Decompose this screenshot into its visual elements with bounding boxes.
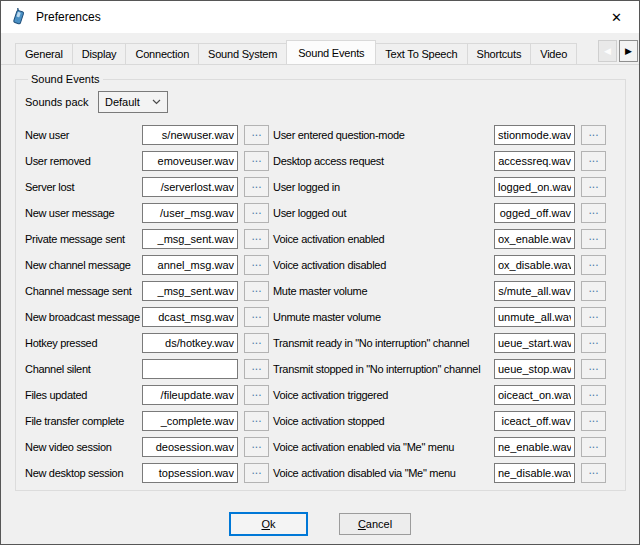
- browse-button[interactable]: ...: [581, 359, 606, 379]
- sound-file-input[interactable]: [142, 229, 238, 249]
- sound-event-label: Files updated: [25, 389, 142, 401]
- ellipsis-icon: ...: [251, 177, 261, 191]
- tab-video[interactable]: Video: [530, 43, 577, 64]
- browse-button[interactable]: ...: [244, 255, 269, 275]
- sound-event-row: New channel message ...: [25, 252, 273, 278]
- browse-button[interactable]: ...: [581, 333, 606, 353]
- browse-button[interactable]: ...: [581, 177, 606, 197]
- sound-file-input[interactable]: [142, 463, 238, 483]
- browse-button[interactable]: ...: [244, 359, 269, 379]
- sound-event-label: Desktop access request: [273, 155, 494, 167]
- browse-button[interactable]: ...: [244, 229, 269, 249]
- sound-file-input[interactable]: [142, 125, 238, 145]
- tab-scroll-right-button[interactable]: ▶: [619, 40, 638, 62]
- browse-button[interactable]: ...: [581, 281, 606, 301]
- sound-file-input[interactable]: [142, 437, 238, 457]
- browse-button[interactable]: ...: [244, 177, 269, 197]
- sound-event-row: User logged out ...: [273, 200, 625, 226]
- sound-event-row: New broadcast message ...: [25, 304, 273, 330]
- sound-event-row: Private message sent ...: [25, 226, 273, 252]
- sound-file-input[interactable]: [142, 359, 238, 379]
- sound-file-input[interactable]: [142, 281, 238, 301]
- browse-button[interactable]: ...: [581, 151, 606, 171]
- ok-button[interactable]: Ok: [229, 512, 308, 536]
- sound-event-row: Unmute master volume ...: [273, 304, 625, 330]
- window-title: Preferences: [36, 10, 594, 24]
- sound-event-label: Server lost: [25, 181, 142, 193]
- browse-button[interactable]: ...: [581, 463, 606, 483]
- ellipsis-icon: ...: [588, 359, 598, 373]
- tab-general[interactable]: General: [15, 43, 73, 64]
- browse-button[interactable]: ...: [244, 411, 269, 431]
- sound-event-label: Voice activation disabled via "Me" menu: [273, 467, 494, 479]
- sound-file-input[interactable]: [494, 229, 575, 249]
- sound-file-input[interactable]: [494, 177, 575, 197]
- sound-file-input[interactable]: [142, 307, 238, 327]
- sound-file-input[interactable]: [494, 333, 575, 353]
- sound-file-input[interactable]: [142, 177, 238, 197]
- sound-file-input[interactable]: [142, 411, 238, 431]
- sound-file-input[interactable]: [494, 437, 575, 457]
- sound-file-input[interactable]: [494, 281, 575, 301]
- sound-file-input[interactable]: [494, 463, 575, 483]
- tab-sound-events[interactable]: Sound Events: [286, 40, 376, 65]
- sound-file-input[interactable]: [494, 151, 575, 171]
- sound-file-input[interactable]: [494, 411, 575, 431]
- ellipsis-icon: ...: [251, 151, 261, 165]
- ellipsis-icon: ...: [251, 385, 261, 399]
- browse-button[interactable]: ...: [244, 437, 269, 457]
- tab-shortcuts[interactable]: Shortcuts: [467, 43, 532, 64]
- browse-button[interactable]: ...: [244, 281, 269, 301]
- sound-event-row: User logged in ...: [273, 174, 625, 200]
- sound-file-input[interactable]: [142, 151, 238, 171]
- sound-event-row: Mute master volume ...: [273, 278, 625, 304]
- browse-button[interactable]: ...: [581, 125, 606, 145]
- browse-button[interactable]: ...: [581, 307, 606, 327]
- browse-button[interactable]: ...: [244, 463, 269, 483]
- browse-button[interactable]: ...: [581, 203, 606, 223]
- sound-file-input[interactable]: [142, 333, 238, 353]
- browse-button[interactable]: ...: [244, 333, 269, 353]
- sound-file-input[interactable]: [494, 125, 575, 145]
- ellipsis-icon: ...: [588, 333, 598, 347]
- tab-text-to-speech[interactable]: Text To Speech: [375, 43, 467, 64]
- sound-event-row: New user message ...: [25, 200, 273, 226]
- browse-button[interactable]: ...: [581, 437, 606, 457]
- tab-connection[interactable]: Connection: [125, 43, 199, 64]
- browse-button[interactable]: ...: [244, 203, 269, 223]
- sound-file-input[interactable]: [142, 203, 238, 223]
- browse-button[interactable]: ...: [244, 125, 269, 145]
- sound-file-input[interactable]: [494, 307, 575, 327]
- close-button[interactable]: ✕: [594, 1, 639, 33]
- sound-event-label: New user: [25, 129, 142, 141]
- sound-event-label: New video session: [25, 441, 142, 453]
- sounds-pack-select[interactable]: Default: [98, 91, 168, 113]
- sound-event-label: Hotkey pressed: [25, 337, 142, 349]
- ellipsis-icon: ...: [588, 203, 598, 217]
- tab-scroll-left-button[interactable]: ◀: [598, 40, 617, 62]
- sound-event-row: User removed ...: [25, 148, 273, 174]
- browse-button[interactable]: ...: [581, 255, 606, 275]
- sound-file-input[interactable]: [494, 255, 575, 275]
- tab-display[interactable]: Display: [72, 43, 127, 64]
- ellipsis-icon: ...: [251, 411, 261, 425]
- sound-file-input[interactable]: [494, 359, 575, 379]
- browse-button[interactable]: ...: [581, 385, 606, 405]
- sound-file-input[interactable]: [494, 385, 575, 405]
- ellipsis-icon: ...: [588, 255, 598, 269]
- titlebar: Preferences ✕: [1, 1, 639, 33]
- tab-sound-system[interactable]: Sound System: [198, 43, 287, 64]
- ellipsis-icon: ...: [251, 307, 261, 321]
- sound-event-row: Voice activation disabled via "Me" menu …: [273, 460, 625, 486]
- ellipsis-icon: ...: [588, 307, 598, 321]
- sound-file-input[interactable]: [494, 203, 575, 223]
- sound-file-input[interactable]: [142, 385, 238, 405]
- sound-file-input[interactable]: [142, 255, 238, 275]
- browse-button[interactable]: ...: [581, 411, 606, 431]
- browse-button[interactable]: ...: [244, 151, 269, 171]
- browse-button[interactable]: ...: [244, 385, 269, 405]
- browse-button[interactable]: ...: [244, 307, 269, 327]
- browse-button[interactable]: ...: [581, 229, 606, 249]
- chevron-down-icon: [152, 99, 161, 105]
- cancel-button[interactable]: Cancel: [339, 513, 411, 535]
